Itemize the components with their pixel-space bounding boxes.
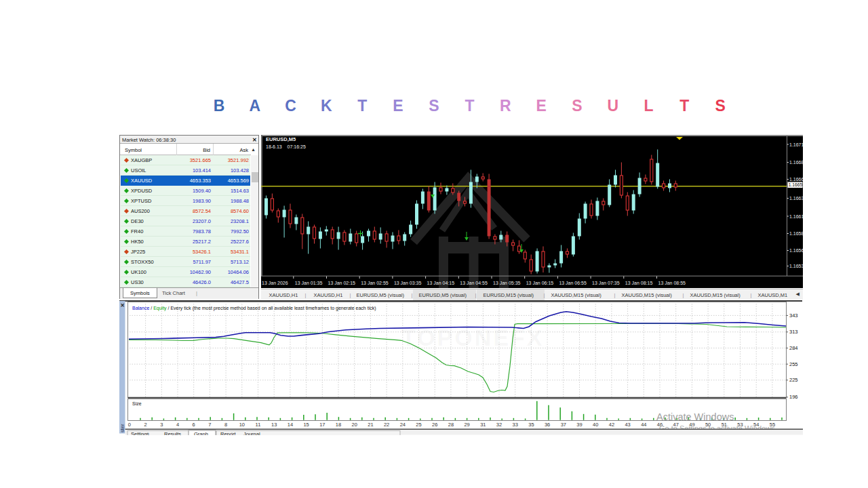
svg-text:29: 29: [464, 422, 469, 428]
svg-text:13 Jan 01:35: 13 Jan 01:35: [294, 280, 322, 285]
svg-text:Balance / Equity / Every tick: Balance / Equity / Every tick (the most …: [132, 306, 376, 311]
svg-text:Journal: Journal: [243, 431, 260, 435]
svg-text:4: 4: [176, 422, 179, 428]
svg-text:36: 36: [545, 422, 550, 428]
svg-text:28: 28: [448, 422, 454, 428]
svg-text:6: 6: [193, 422, 195, 428]
svg-text:13 Jan 03:35: 13 Jan 03:35: [393, 280, 421, 285]
svg-text:13 Jan 06:55: 13 Jan 06:55: [559, 280, 587, 285]
svg-text:1.1653: 1.1653: [789, 264, 803, 268]
svg-text:43: 43: [625, 422, 630, 428]
svg-text:20: 20: [352, 422, 357, 428]
svg-text:21: 21: [368, 422, 373, 428]
svg-text:1.1661: 1.1661: [789, 214, 803, 218]
svg-text:ster: ster: [119, 424, 125, 432]
svg-text:18: 18: [336, 422, 341, 428]
svg-text:Activate Windows: Activate Windows: [656, 411, 734, 422]
svg-text:2: 2: [144, 422, 147, 428]
svg-text:8: 8: [224, 422, 227, 428]
svg-text:33: 33: [513, 422, 518, 428]
svg-text:24: 24: [400, 422, 406, 428]
svg-text:1.1658: 1.1658: [789, 231, 803, 236]
svg-text:255: 255: [789, 361, 798, 367]
svg-text:42: 42: [609, 422, 614, 428]
svg-text:3: 3: [160, 422, 163, 428]
svg-text:1.1671: 1.1671: [789, 142, 803, 146]
svg-text:44: 44: [641, 422, 646, 428]
svg-text:1.1666: 1.1666: [789, 177, 803, 182]
svg-text:26: 26: [432, 422, 437, 428]
svg-text:1.1656: 1.1656: [789, 248, 803, 253]
svg-text:Results: Results: [164, 431, 181, 435]
svg-text:Report: Report: [220, 431, 236, 435]
svg-text:|: |: [231, 431, 233, 435]
svg-text:13 Jan 05:35: 13 Jan 05:35: [493, 280, 521, 285]
svg-text:13 Jan 2026: 13 Jan 2026: [262, 280, 288, 285]
svg-text:40: 40: [593, 422, 598, 428]
svg-text:7: 7: [208, 422, 211, 428]
svg-text:13 Jan 02:55: 13 Jan 02:55: [361, 280, 389, 285]
svg-text:32: 32: [496, 422, 502, 428]
svg-text:✕: ✕: [121, 302, 125, 308]
svg-text:Size: Size: [132, 401, 142, 406]
svg-text:13 Jan 08:55: 13 Jan 08:55: [658, 280, 686, 285]
svg-text:225: 225: [789, 377, 798, 383]
svg-text:0: 0: [128, 422, 131, 428]
svg-text:13 Jan 02:15: 13 Jan 02:15: [328, 280, 355, 285]
svg-text:1.16655: 1.16655: [788, 182, 802, 187]
svg-text:13 Jan 08:15: 13 Jan 08:15: [625, 280, 652, 285]
svg-text:196: 196: [789, 394, 798, 400]
svg-text:15: 15: [303, 422, 309, 428]
svg-text:Graph: Graph: [194, 431, 208, 435]
svg-text:13 Jan 06:15: 13 Jan 06:15: [526, 280, 553, 285]
svg-text:13 Jan 07:35: 13 Jan 07:35: [592, 280, 620, 285]
svg-text:13: 13: [271, 422, 277, 428]
svg-text:35: 35: [528, 422, 534, 428]
svg-text:17: 17: [319, 422, 325, 428]
svg-text:1.1663: 1.1663: [789, 196, 803, 201]
svg-text:14: 14: [288, 422, 293, 428]
svg-text:22: 22: [384, 422, 389, 428]
svg-text:25: 25: [416, 422, 421, 428]
svg-text:1.1668: 1.1668: [789, 160, 803, 165]
svg-text:13 Jan 04:15: 13 Jan 04:15: [427, 280, 454, 285]
svg-text:343: 343: [789, 312, 798, 319]
svg-text:39: 39: [576, 422, 582, 428]
svg-text:13 Jan 04:55: 13 Jan 04:55: [460, 280, 488, 285]
svg-text:11: 11: [256, 422, 261, 428]
svg-text:10: 10: [239, 422, 245, 428]
svg-text:18-6.13 07:16:25: 18-6.13 07:16:25: [266, 144, 306, 148]
svg-text:|: |: [147, 431, 149, 435]
svg-text:31: 31: [480, 422, 486, 428]
svg-text:313: 313: [789, 329, 798, 335]
svg-text:EURUSD,M5: EURUSD,M5: [266, 136, 296, 142]
svg-text:37: 37: [561, 422, 566, 428]
svg-text:284: 284: [789, 345, 798, 351]
